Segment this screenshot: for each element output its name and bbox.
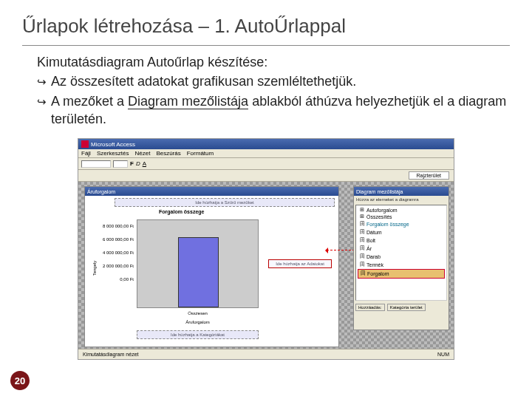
tree-expand-icon[interactable]: 田 (359, 245, 365, 252)
y-axis-label: Tengely (92, 261, 97, 276)
mdi-workarea: Áruforgalom Ide húzhatja a Szűrő mezőket… (78, 182, 454, 349)
status-bar: Kimutatásdiagram nézet NUM (78, 349, 454, 359)
drop-zone-filter[interactable]: Ide húzhatja a Szűrő mezőket (115, 198, 335, 207)
add-to-button[interactable]: Hozzáadás: (355, 304, 385, 311)
underline-button[interactable]: A (143, 160, 146, 167)
italic-button[interactable]: D (136, 160, 140, 167)
tree-expand-icon[interactable]: 田 (359, 236, 365, 244)
tree-expand-icon[interactable]: 田 (360, 270, 366, 277)
field-list-item[interactable]: ⊞Összesítés (358, 214, 445, 220)
menu-item[interactable]: Nézet (134, 150, 150, 157)
pivotchart-area[interactable]: Ide húzhatja a Szűrő mezőket Forgalom ös… (85, 196, 338, 347)
body-line-1: Kimutatásdiagram Autoűrlap készítése: (37, 53, 267, 71)
menu-item[interactable]: Szerkesztés (97, 150, 129, 157)
field-list-item[interactable]: 田Forgalom (358, 269, 445, 279)
tree-expand-icon[interactable]: 田 (359, 220, 365, 228)
body-line-3: A mezőket a Diagram mezőlistája ablakból… (51, 92, 510, 129)
app-title: Microsoft Access (91, 141, 135, 148)
field-list-footer: Hozzáadás: Kategória terület (354, 302, 449, 313)
plot-area[interactable] (137, 219, 259, 308)
chart-title: Forgalom összege (159, 209, 204, 214)
size-combo[interactable] (113, 160, 128, 168)
field-label: Ár (366, 246, 372, 251)
field-label: Forgalom (367, 271, 389, 276)
field-list-panel[interactable]: Diagram mezőlistája Húzza az elemeket a … (353, 186, 449, 330)
menu-bar[interactable]: Fájl Szerkesztés Nézet Beszúrás Formátum (78, 149, 454, 158)
font-combo[interactable] (81, 160, 111, 168)
tree-expand-icon[interactable]: 田 (359, 261, 365, 268)
field-list-titlebar[interactable]: Diagram mezőlistája (354, 187, 449, 196)
form-title: Áruforgalom (87, 189, 115, 194)
y-axis-ticks: 8 000 000,00 Ft 6 000 000,00 Ft 4 000 00… (98, 219, 134, 286)
drop-zone-category[interactable]: Ide húzhatja a Kategóriákat (137, 330, 259, 339)
status-text: Kimutatásdiagram nézet (83, 352, 138, 357)
field-list-instruction: Húzza az elemeket a diagramra (354, 196, 449, 203)
drop-zone-data[interactable]: Ide húzhatja az Adatokat (268, 259, 332, 268)
slide-title: Űrlapok létrehozása – 1. AutoŰrlappal (22, 15, 510, 41)
field-label: Forgalom összege (366, 222, 409, 227)
menu-item[interactable]: Fájl (81, 150, 91, 157)
field-label: Autoforgalom (366, 208, 398, 213)
status-num: NUM (437, 352, 449, 357)
embedded-screenshot: Microsoft Access Fájl Szerkesztés Nézet … (78, 138, 454, 360)
field-list-item[interactable]: 田Termék (358, 261, 445, 269)
field-list-item[interactable]: 田Bolt (358, 236, 445, 245)
form-window[interactable]: Áruforgalom Ide húzhatja a Szűrő mezőket… (84, 186, 339, 347)
tree-expand-icon[interactable]: 田 (359, 228, 365, 236)
access-app-icon (81, 140, 89, 148)
field-list-item[interactable]: 田Forgalom összege (358, 220, 445, 228)
area-combo-button[interactable]: Kategória terület (387, 304, 426, 311)
bullet-icon: ↪ (37, 75, 47, 89)
chart-bar[interactable] (178, 237, 219, 307)
bold-button[interactable]: F (130, 160, 134, 167)
field-list-item[interactable]: 田Ár (358, 245, 445, 253)
field-label: Összesítés (366, 214, 392, 219)
field-list-item[interactable]: 田Dátum (358, 228, 445, 236)
field-label: Dátum (366, 230, 382, 235)
tree-expand-icon[interactable]: ⊞ (359, 207, 365, 213)
tree-expand-icon[interactable]: 田 (359, 253, 365, 260)
title-divider (22, 45, 510, 46)
bullet-icon: ↪ (37, 95, 47, 109)
menu-item[interactable]: Formátum (187, 150, 214, 157)
field-label: Darab (366, 254, 381, 259)
tree-expand-icon[interactable]: ⊞ (359, 214, 365, 219)
x-axis-label: Összesen (137, 311, 259, 316)
field-list-item[interactable]: 田Darab (358, 253, 445, 261)
pivot-area-label: Rajzterület (409, 171, 449, 180)
page-number-badge: 20 (10, 371, 30, 390)
field-label: Termék (366, 262, 383, 267)
x-axis-sublabel: Áruforgalom (137, 320, 259, 324)
slide-body: Kimutatásdiagram Autoűrlap készítése: ↪ … (22, 53, 510, 128)
form-window-titlebar[interactable]: Áruforgalom (85, 187, 338, 196)
menu-item[interactable]: Beszúrás (156, 150, 180, 157)
field-list-items[interactable]: ⊞Autoforgalom⊞Összesítés田Forgalom összeg… (355, 205, 447, 301)
formatting-toolbar[interactable]: F D A (78, 158, 454, 170)
pivot-toolbar: Rajzterület (78, 170, 454, 182)
body-line-2: Az összesített adatokat grafikusan szeml… (51, 72, 356, 90)
field-list-item[interactable]: ⊞Autoforgalom (358, 207, 445, 214)
field-label: Bolt (366, 238, 375, 243)
app-titlebar: Microsoft Access (78, 139, 454, 149)
